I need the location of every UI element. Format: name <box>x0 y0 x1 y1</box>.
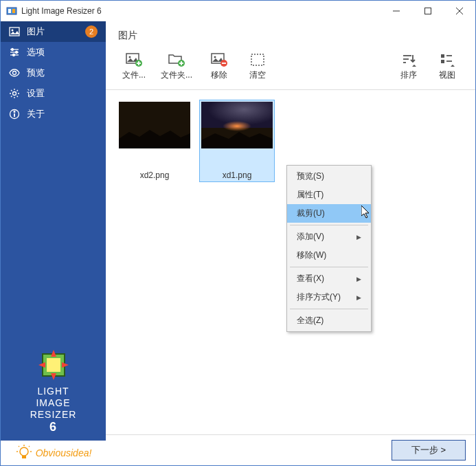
sidebar-item-options[interactable]: 选项 <box>1 42 106 63</box>
folder-add-icon <box>167 52 186 68</box>
svg-rect-1 <box>8 9 11 13</box>
next-button[interactable]: 下一步 > <box>392 440 466 461</box>
sidebar-item-images[interactable]: 图片 2 <box>1 21 106 42</box>
svg-point-16 <box>13 92 16 96</box>
thumbnail-image <box>201 102 273 148</box>
svg-line-26 <box>19 446 19 447</box>
footer: 下一步 > <box>106 434 475 465</box>
sidebar-item-label: 设置 <box>27 87 45 100</box>
clear-icon <box>248 52 267 68</box>
sidebar-item-label: 关于 <box>27 108 45 120</box>
image-icon <box>9 26 20 37</box>
svg-point-13 <box>16 52 18 54</box>
eye-icon <box>9 67 20 78</box>
cm-sort[interactable]: 排序方式(Y)▶ <box>287 288 371 307</box>
gear-icon <box>9 88 20 99</box>
svg-point-22 <box>20 447 28 456</box>
sidebar-item-settings[interactable]: 设置 <box>1 83 106 104</box>
svg-rect-45 <box>441 54 444 58</box>
cm-select-all[interactable]: 全选(Z) <box>287 311 371 330</box>
svg-rect-21 <box>47 358 60 372</box>
svg-point-15 <box>13 71 16 75</box>
sort-icon <box>399 52 418 68</box>
sidebar-item-label: 预览 <box>27 67 45 79</box>
svg-point-8 <box>12 30 14 32</box>
view-button[interactable]: 视图 <box>431 50 463 82</box>
remove-button[interactable]: 移除 <box>203 50 235 82</box>
sidebar: 图片 2 选项 预览 设置 关于 <box>1 21 106 465</box>
svg-rect-2 <box>12 9 15 13</box>
cm-properties[interactable]: 属性(T) <box>287 186 371 204</box>
svg-point-38 <box>214 56 216 58</box>
brand-label: Obviousidea! <box>36 447 92 458</box>
app-logo-area: LIGHT IMAGE RESIZER 6 <box>1 342 106 441</box>
sort-button[interactable]: 排序 <box>393 50 424 82</box>
context-menu: 预览(S) 属性(T) 裁剪(U) 添加(V)▶ 移除(W) 查看(X)▶ 排序… <box>286 165 372 332</box>
brand-footer[interactable]: Obviousidea! <box>1 441 106 465</box>
image-remove-icon <box>209 52 229 68</box>
sidebar-item-about[interactable]: 关于 <box>1 104 106 124</box>
sidebar-item-label: 选项 <box>27 46 45 58</box>
cm-add[interactable]: 添加(V)▶ <box>287 228 371 246</box>
thumbnail-label: xd1.png <box>201 170 273 180</box>
svg-rect-28 <box>22 456 26 458</box>
maximize-button[interactable] <box>412 1 444 21</box>
svg-line-27 <box>29 446 30 447</box>
app-logo-icon <box>37 348 70 381</box>
view-icon <box>438 52 457 68</box>
window-title: Light Image Resizer 6 <box>21 6 381 16</box>
svg-point-19 <box>14 111 15 113</box>
add-folder-button[interactable]: 文件夹... <box>157 50 196 82</box>
svg-point-14 <box>13 54 15 56</box>
minimize-button[interactable] <box>381 1 412 21</box>
cm-crop[interactable]: 裁剪(U) <box>287 204 371 223</box>
chevron-right-icon: ▶ <box>356 234 361 241</box>
thumbnail-item[interactable]: xd1.png <box>199 100 275 182</box>
info-icon <box>9 109 20 120</box>
add-file-button[interactable]: 文件... <box>118 50 150 82</box>
svg-rect-41 <box>251 54 264 65</box>
clear-button[interactable]: 清空 <box>242 50 273 82</box>
sidebar-badge: 2 <box>85 25 98 38</box>
thumbnail-image <box>119 102 190 148</box>
lightbulb-icon <box>15 444 33 462</box>
window-titlebar: Light Image Resizer 6 <box>1 1 475 21</box>
toolbar: 文件... 文件夹... 移除 清空 排序 视图 <box>106 47 475 90</box>
svg-rect-4 <box>425 8 431 14</box>
cm-separator <box>290 309 368 309</box>
cm-remove[interactable]: 移除(W) <box>287 246 371 265</box>
svg-point-12 <box>12 49 14 51</box>
file-add-icon <box>124 52 144 68</box>
app-logo-text: LIGHT IMAGE RESIZER 6 <box>1 386 106 435</box>
thumbnail-item[interactable]: xd2.png <box>117 100 192 182</box>
page-title: 图片 <box>106 21 475 47</box>
sidebar-item-preview[interactable]: 预览 <box>1 63 106 83</box>
svg-rect-7 <box>10 27 19 36</box>
chevron-right-icon: ▶ <box>356 294 361 301</box>
cm-separator <box>290 225 368 225</box>
cm-view[interactable]: 查看(X)▶ <box>287 269 371 288</box>
svg-point-30 <box>129 56 131 58</box>
cm-preview[interactable]: 预览(S) <box>287 167 371 186</box>
thumbnail-label: xd2.png <box>119 170 190 180</box>
sidebar-item-label: 图片 <box>27 25 45 38</box>
close-button[interactable] <box>444 1 475 21</box>
sliders-icon <box>9 47 20 58</box>
cm-separator <box>290 267 368 267</box>
svg-rect-46 <box>441 60 444 63</box>
chevron-right-icon: ▶ <box>356 276 361 282</box>
app-icon <box>6 5 17 16</box>
